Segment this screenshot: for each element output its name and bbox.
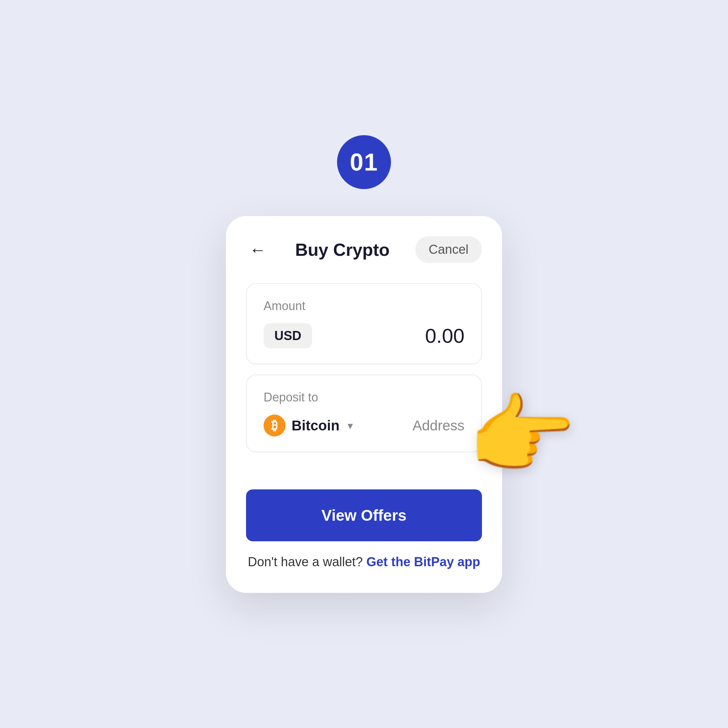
amount-label: Amount bbox=[263, 299, 465, 313]
page-title: Buy Crypto bbox=[295, 240, 390, 260]
crypto-name: Bitcoin bbox=[292, 418, 340, 434]
deposit-section: Deposit to ₿ Bitcoin ▾ Address bbox=[246, 375, 482, 452]
address-placeholder[interactable]: Address bbox=[413, 418, 465, 434]
bitpay-app-link[interactable]: Get the BitPay app bbox=[366, 555, 480, 569]
phone-wrapper: ← Buy Crypto Cancel Amount USD 0.00 Depo… bbox=[226, 216, 502, 593]
amount-value[interactable]: 0.00 bbox=[425, 324, 465, 347]
crypto-selector[interactable]: ₿ Bitcoin ▾ bbox=[263, 414, 353, 436]
view-offers-button[interactable]: View Offers bbox=[246, 489, 482, 541]
footer: Don't have a wallet? Get the BitPay app bbox=[246, 555, 482, 569]
back-arrow-icon: ← bbox=[249, 240, 266, 260]
step-number: 01 bbox=[350, 148, 378, 176]
step-badge: 01 bbox=[337, 135, 391, 189]
chevron-down-icon: ▾ bbox=[347, 419, 353, 432]
deposit-label: Deposit to bbox=[263, 390, 465, 404]
amount-section: Amount USD 0.00 bbox=[246, 283, 482, 364]
back-button[interactable]: ← bbox=[246, 238, 270, 262]
bitcoin-icon: ₿ bbox=[263, 414, 286, 436]
phone-header: ← Buy Crypto Cancel bbox=[246, 236, 482, 263]
deposit-row: ₿ Bitcoin ▾ Address bbox=[263, 414, 465, 436]
phone-card: ← Buy Crypto Cancel Amount USD 0.00 Depo… bbox=[226, 216, 502, 593]
footer-text: Don't have a wallet? bbox=[248, 555, 362, 569]
amount-row: USD 0.00 bbox=[263, 323, 465, 349]
currency-badge[interactable]: USD bbox=[263, 323, 312, 349]
page-container: 01 ← Buy Crypto Cancel Amount USD 0.00 bbox=[0, 0, 728, 728]
cancel-button[interactable]: Cancel bbox=[415, 236, 482, 263]
